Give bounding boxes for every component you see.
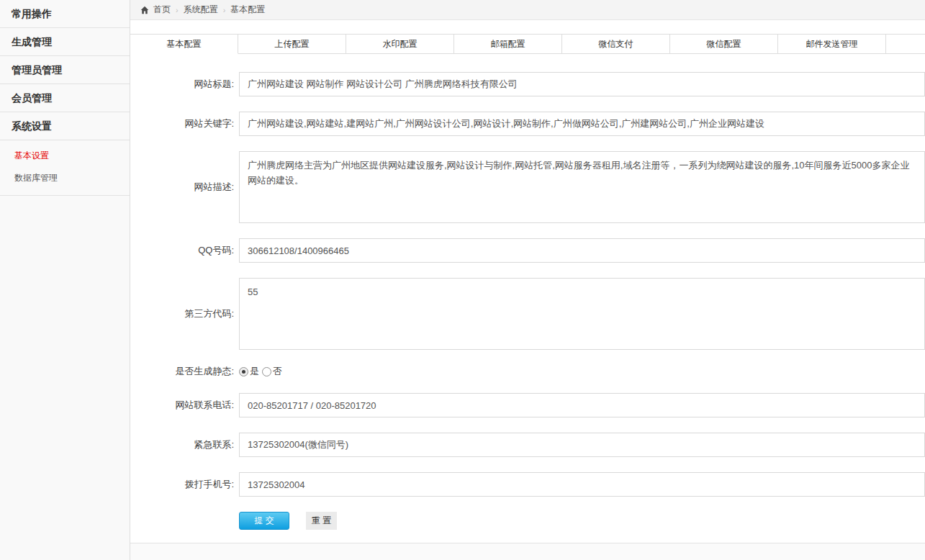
main-area: 首页 › 系统配置 › 基本配置 基本配置 上传配置 水印配置 邮箱配置 微信支… (130, 0, 925, 560)
generate-static-radio-group: 是 否 (239, 365, 282, 378)
radio-checked-icon[interactable] (239, 367, 248, 376)
site-description-row: 网站描述: 广州腾虎网络主营为广州地区提供网站建设服务,网站设计与制作,网站托管… (130, 151, 925, 223)
tab-mail-send-manage[interactable]: 邮件发送管理 (778, 34, 886, 54)
generate-static-row: 是否生成静态: 是 否 (130, 365, 925, 378)
tab-wechat-pay[interactable]: 微信支付 (562, 34, 670, 54)
site-description-label: 网站描述: (130, 181, 234, 194)
tab-watermark-config[interactable]: 水印配置 (346, 34, 454, 54)
breadcrumb-item-home[interactable]: 首页 (153, 4, 171, 16)
sidebar-group-admin[interactable]: 管理员管理 (0, 56, 130, 84)
site-description-textarea[interactable]: 广州腾虎网络主营为广州地区提供网站建设服务,网站设计与制作,网站托管,网站服务器… (239, 151, 925, 223)
sidebar-submenu: 基本设置 数据库管理 (0, 140, 130, 196)
breadcrumb-item-system-config[interactable]: 系统配置 (184, 4, 218, 16)
emergency-contact-input[interactable] (239, 433, 925, 457)
breadcrumb: 首页 › 系统配置 › 基本配置 (130, 0, 925, 20)
breadcrumb-separator: › (176, 6, 179, 14)
home-icon (140, 6, 149, 14)
emergency-contact-label: 紧急联系: (130, 438, 234, 451)
sidebar: 常用操作 生成管理 管理员管理 会员管理 系统设置 基本设置 数据库管理 (0, 0, 130, 560)
third-party-code-row: 第三方代码: 55 (130, 278, 925, 350)
qq-number-row: QQ号码: (130, 238, 925, 263)
tab-basic-config[interactable]: 基本配置 (130, 34, 238, 54)
radio-no-label: 否 (273, 365, 282, 378)
breadcrumb-item-basic-config: 基本配置 (230, 4, 265, 16)
generate-static-label: 是否生成静态: (130, 365, 234, 378)
breadcrumb-separator: › (223, 6, 226, 14)
tab-upload-config[interactable]: 上传配置 (238, 34, 346, 54)
mobile-number-row: 拨打手机号: (130, 472, 925, 497)
mobile-number-label: 拨打手机号: (130, 478, 234, 491)
generate-static-option-yes[interactable]: 是 (239, 365, 259, 378)
qq-number-label: QQ号码: (130, 244, 234, 257)
site-title-input[interactable] (239, 72, 925, 96)
sidebar-item-database[interactable]: 数据库管理 (0, 167, 130, 189)
reset-button[interactable]: 重 置 (306, 512, 337, 530)
submit-button[interactable]: 提 交 (239, 512, 289, 530)
third-party-code-textarea[interactable]: 55 (239, 278, 925, 350)
sidebar-group-generate[interactable]: 生成管理 (0, 28, 130, 56)
sidebar-group-member[interactable]: 会员管理 (0, 84, 130, 112)
tab-bar: 基本配置 上传配置 水印配置 邮箱配置 微信支付 微信配置 邮件发送管理 (130, 20, 925, 54)
mobile-number-input[interactable] (239, 472, 925, 497)
site-keywords-row: 网站关键字: (130, 112, 925, 136)
generate-static-option-no[interactable]: 否 (262, 365, 282, 378)
site-keywords-label: 网站关键字: (130, 117, 234, 130)
tab-bar-filler (886, 34, 925, 54)
qq-number-input[interactable] (239, 238, 925, 263)
site-title-label: 网站标题: (130, 78, 234, 91)
tab-wechat-config[interactable]: 微信配置 (670, 34, 778, 54)
sidebar-group-system[interactable]: 系统设置 (0, 112, 130, 140)
sidebar-group-common-ops[interactable]: 常用操作 (0, 0, 130, 28)
basic-config-form: 网站标题: 网站关键字: 网站描述: 广州腾虎网络主营为广州地区提供网站建设服务… (130, 72, 925, 530)
radio-yes-label: 是 (250, 365, 259, 378)
site-title-row: 网站标题: (130, 72, 925, 96)
sidebar-item-basic-settings[interactable]: 基本设置 (0, 145, 130, 167)
contact-phone-input[interactable] (239, 393, 925, 417)
contact-phone-row: 网站联系电话: (130, 393, 925, 417)
site-keywords-input[interactable] (239, 112, 925, 136)
radio-unchecked-icon[interactable] (262, 367, 271, 376)
third-party-code-label: 第三方代码: (130, 307, 234, 320)
tab-mailbox-config[interactable]: 邮箱配置 (454, 34, 562, 54)
contact-phone-label: 网站联系电话: (130, 399, 234, 412)
content-panel: 基本配置 上传配置 水印配置 邮箱配置 微信支付 微信配置 邮件发送管理 网站标… (130, 20, 925, 543)
emergency-contact-row: 紧急联系: (130, 433, 925, 457)
form-actions: 提 交 重 置 (239, 512, 925, 530)
